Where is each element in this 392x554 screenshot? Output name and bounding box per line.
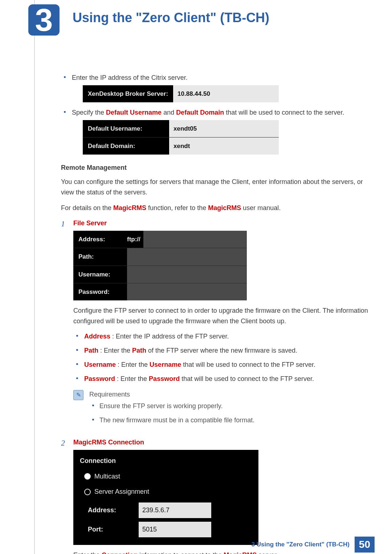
- text: information to connect to the: [138, 551, 224, 554]
- chapter-badge: 3: [28, 4, 60, 36]
- page-footer: 3 Using the "Zero Client" (TB-CH) 50: [252, 537, 375, 553]
- text: : Enter the: [98, 347, 132, 354]
- text: Enter the: [73, 551, 102, 554]
- fs-address-label: Address:: [73, 231, 127, 248]
- fs-path-label: Path:: [73, 248, 127, 265]
- fs-sublist: Address : Enter the IP address of the FT…: [73, 331, 370, 384]
- broker-label: XenDesktop Broker Server:: [83, 85, 173, 102]
- hl: Address: [84, 333, 110, 340]
- text: : Enter the: [115, 375, 149, 382]
- default-username-label: Default Username:: [83, 120, 169, 137]
- footer-text: 3 Using the "Zero Client" (TB-CH): [252, 541, 350, 548]
- fs-password-value: [127, 283, 247, 300]
- note-icon: ✎: [73, 390, 83, 400]
- text: that will be used to connect to the FTP …: [180, 375, 314, 382]
- fs-username-value: [127, 266, 247, 283]
- conn-heading: Connection: [73, 454, 258, 470]
- fs-password-label: Password:: [73, 283, 127, 300]
- step-title-file-server: File Server: [73, 218, 370, 229]
- screenshot-connection: Connection Multicast Server Assignment A…: [73, 450, 258, 545]
- conn-address-label: Address:: [88, 505, 139, 516]
- conn-radio-multicast: Multicast: [73, 470, 258, 485]
- hl: Path: [84, 347, 98, 354]
- radio-icon-selected: [84, 473, 91, 480]
- text: : Enter the IP address of the FTP server…: [110, 333, 229, 340]
- radio-icon-unselected: [84, 489, 91, 495]
- hl: Username: [150, 361, 181, 368]
- fs-para: Configure the FTP server to connect to i…: [73, 305, 370, 327]
- bullet-defaults: Specify the Default Username and Default…: [61, 107, 370, 155]
- heading-remote-management: Remote Management: [61, 163, 370, 173]
- main-content: Enter the IP address of the Citrix serve…: [61, 36, 370, 554]
- fs-sub-address: Address : Enter the IP address of the FT…: [73, 331, 370, 342]
- text: of the FTP server where the new firmware…: [146, 347, 297, 354]
- screenshot-broker: XenDesktop Broker Server: 10.88.44.50: [83, 85, 279, 102]
- bullet-citrix-ip: Enter the IP address of the Citrix serve…: [61, 73, 370, 102]
- fs-sub-path: Path : Enter the Path of the FTP server …: [73, 345, 370, 356]
- steps-list: File Server Address: ftp:// Path:: [61, 218, 370, 554]
- page-header: 3 Using the "Zero Client" (TB-CH): [0, 0, 392, 36]
- text: that will be used to connect to the serv…: [224, 109, 344, 116]
- hl: Username: [84, 361, 116, 368]
- conn-radio-server-assignment: Server Assignment: [73, 485, 258, 501]
- text: that will be used to connect to the FTP …: [181, 361, 315, 368]
- hl-default-domain: Default Domain: [176, 109, 224, 116]
- conn-port-label: Port:: [88, 524, 139, 535]
- text: Specify the: [72, 109, 106, 116]
- note-title: Requirements: [89, 389, 370, 400]
- remote-para-2: For details on the MagicRMS function, re…: [61, 203, 370, 213]
- screenshot-defaults: Default Username: xendt05 Default Domain…: [83, 120, 279, 155]
- fs-path-value: [127, 248, 247, 265]
- text: For details on the: [61, 204, 113, 212]
- text: function, refer to the: [146, 204, 208, 212]
- footer-page-number: 50: [355, 537, 375, 553]
- fs-sub-username: Username : Enter the Username that will …: [73, 360, 370, 370]
- conn-address-value: 239.5.6.7: [139, 502, 211, 518]
- text: and: [162, 109, 176, 116]
- hl: Password: [149, 375, 180, 382]
- fs-sub-password: Password : Enter the Password that will …: [73, 374, 370, 384]
- conn-port-value: 5015: [139, 522, 211, 537]
- radio-label: Server Assignment: [94, 487, 149, 497]
- default-domain-label: Default Domain:: [83, 138, 169, 155]
- fs-address-value: [143, 231, 247, 248]
- note-item-1: Ensure the FTP server is working properl…: [89, 401, 370, 411]
- note-requirements: ✎ Requirements Ensure the FTP server is …: [73, 389, 370, 431]
- text: : Enter the: [116, 361, 150, 368]
- hl-magicrms-2: MagicRMS: [208, 204, 241, 212]
- text: user manual.: [241, 204, 281, 212]
- default-username-value: xendt05: [169, 120, 279, 137]
- hl-connection: Connection: [102, 551, 138, 554]
- screenshot-file-server: Address: ftp:// Path: Username:: [73, 231, 247, 300]
- fs-username-label: Username:: [73, 266, 127, 283]
- left-rule: [34, 0, 35, 554]
- default-domain-value: xendt: [169, 138, 279, 155]
- top-bullets: Enter the IP address of the Citrix serve…: [61, 73, 370, 155]
- bullet-text: Enter the IP address of the Citrix serve…: [72, 74, 188, 81]
- note-item-2: The new firmware must be in a compatible…: [89, 415, 370, 426]
- hl: Password: [84, 375, 115, 382]
- page-title: Using the "Zero Client" (TB-CH): [73, 10, 269, 25]
- broker-value: 10.88.44.50: [173, 85, 279, 102]
- step-file-server: File Server Address: ftp:// Path:: [61, 218, 370, 431]
- remote-para-1: You can configure the settings for serve…: [61, 177, 370, 198]
- step-title-magicrms: MagicRMS Connection: [73, 437, 370, 448]
- hl: Path: [132, 347, 146, 354]
- hl-default-username: Default Username: [106, 109, 162, 116]
- fs-address-prefix: ftp://: [127, 231, 143, 248]
- hl-magicrms-1: MagicRMS: [113, 204, 146, 212]
- radio-label: Multicast: [94, 471, 120, 482]
